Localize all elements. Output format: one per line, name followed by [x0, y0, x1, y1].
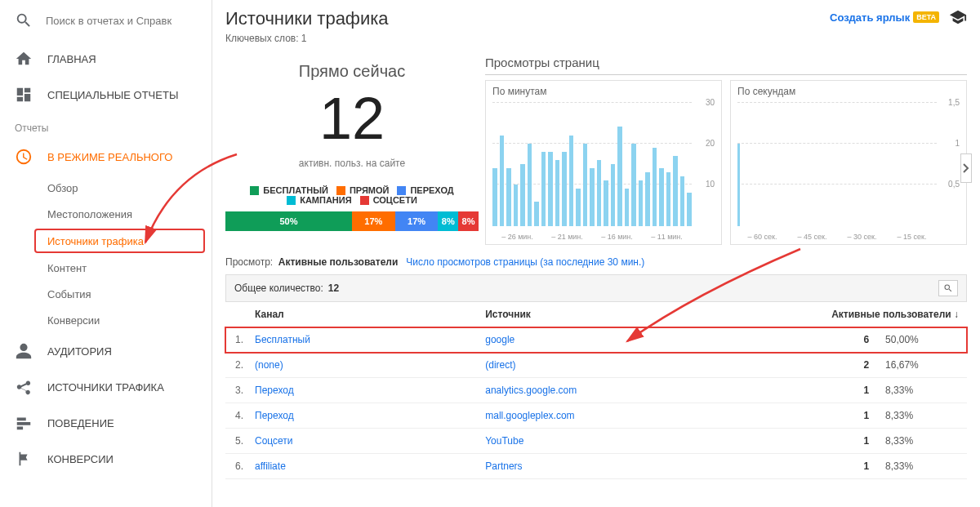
table-row[interactable]: 4. Переход mall.googleplex.com 1 8,33% [225, 403, 967, 429]
cell-channel[interactable]: Бесплатный [247, 327, 477, 353]
nav-home[interactable]: ГЛАВНАЯ [0, 41, 212, 77]
segments-bar: 50% 17% 17% 8% 8% [225, 211, 479, 231]
nav-behavior[interactable]: ПОВЕДЕНИЕ [0, 405, 212, 441]
person-icon [15, 342, 33, 360]
cell-users: 6 [823, 327, 877, 353]
nav-behavior-label: ПОВЕДЕНИЕ [47, 417, 197, 429]
cell-pct: 8,33% [877, 429, 967, 454]
chart-minutes: По минутам 102030– 26 мин.– 21 мин.– 16 … [485, 80, 722, 245]
cell-users: 2 [823, 353, 877, 378]
charts-title: Просмотры страниц [485, 56, 967, 75]
cell-pct: 8,33% [877, 378, 967, 403]
th-source[interactable]: Источник [477, 302, 823, 327]
chart-seconds: По секундам 0,511,5– 60 сек.– 45 сек.– 3… [730, 80, 967, 245]
nav-acquisition[interactable]: ИСТОЧНИКИ ТРАФИКА [0, 369, 212, 405]
nav-realtime[interactable]: В РЕЖИМЕ РЕАЛЬНОГО [0, 139, 212, 175]
nav-sub-content[interactable]: Контент [0, 255, 212, 281]
cell-source[interactable]: Partners [477, 454, 823, 479]
nav-conv-label: КОНВЕРСИИ [47, 453, 197, 465]
section-reports: Отчеты [0, 113, 212, 139]
legend: БЕСПЛАТНЫЙ ПРЯМОЙ ПЕРЕХОД КАМПАНИЯ СОЦСЕ… [225, 185, 479, 205]
cell-channel[interactable]: affiliate [247, 454, 477, 479]
nav-acq-label: ИСТОЧНИКИ ТРАФИКА [47, 381, 197, 394]
now-value: 12 [225, 89, 479, 148]
th-users[interactable]: Активные пользователи ↓ [823, 302, 967, 327]
nav-conv[interactable]: КОНВЕРСИИ [0, 441, 212, 477]
grad-cap-icon[interactable] [949, 8, 967, 26]
sources-table: Канал Источник Активные пользователи ↓ 1… [225, 302, 967, 479]
nav-audience-label: АУДИТОРИЯ [47, 345, 197, 358]
nav-sub-overview[interactable]: Обзор [0, 175, 212, 201]
view-active[interactable]: Активные пользователи [278, 256, 399, 268]
main: Источники трафика Ключевых слов: 1 Созда… [212, 0, 980, 507]
flag-icon [15, 450, 33, 468]
cell-channel[interactable]: Переход [247, 378, 477, 403]
cell-users: 1 [823, 429, 877, 454]
nav-sub-locations[interactable]: Местоположения [0, 201, 212, 227]
home-icon [15, 50, 33, 68]
cell-users: 1 [823, 378, 877, 403]
search-row[interactable] [0, 0, 212, 41]
nav-audience[interactable]: АУДИТОРИЯ [0, 333, 212, 369]
share-icon [15, 378, 33, 396]
page-title: Источники трафика [225, 8, 389, 29]
nav-realtime-label: В РЕЖИМЕ РЕАЛЬНОГО [47, 151, 197, 163]
cell-source[interactable]: YouTube [477, 429, 823, 454]
total-row: Общее количество:12 [225, 274, 967, 302]
view-other[interactable]: Число просмотров страницы (за последние … [406, 256, 644, 268]
cell-pct: 8,33% [877, 454, 967, 479]
now-title: Прямо сейчас [225, 62, 479, 81]
cell-source[interactable]: google [477, 327, 823, 353]
table-row[interactable]: 6. affiliate Partners 1 8,33% [225, 454, 967, 479]
table-row[interactable]: 1. Бесплатный google 6 50,00% [225, 327, 967, 353]
right-now-block: Прямо сейчас 12 активн. польз. на сайте … [225, 62, 479, 231]
nav-custom-label: СПЕЦИАЛЬНЫЕ ОТЧЕТЫ [47, 89, 197, 101]
nav-home-label: ГЛАВНАЯ [47, 53, 197, 65]
search-icon [943, 283, 953, 293]
cell-pct: 50,00% [877, 327, 967, 353]
search-icon [15, 11, 33, 29]
sidebar: ГЛАВНАЯ СПЕЦИАЛЬНЫЕ ОТЧЕТЫ Отчеты В РЕЖИ… [0, 0, 212, 507]
cell-pct: 16,67% [877, 353, 967, 378]
nav-custom[interactable]: СПЕЦИАЛЬНЫЕ ОТЧЕТЫ [0, 77, 212, 113]
expand-chart-button[interactable] [960, 153, 972, 183]
nav-sub-events[interactable]: События [0, 281, 212, 307]
nav-sub-traffic[interactable]: Источники трафика [34, 229, 205, 253]
clock-icon [15, 148, 33, 166]
nav-sub-conversions[interactable]: Конверсии [0, 307, 212, 333]
cell-source[interactable]: mall.googleplex.com [477, 403, 823, 429]
create-shortcut-link[interactable]: Создать ярлык [830, 11, 910, 24]
cell-channel[interactable]: Соцсети [247, 429, 477, 454]
cell-users: 1 [823, 403, 877, 429]
table-row[interactable]: 5. Соцсети YouTube 1 8,33% [225, 429, 967, 454]
table-search-button[interactable] [938, 280, 958, 296]
page-subtitle: Ключевых слов: 1 [225, 33, 389, 44]
cell-users: 1 [823, 454, 877, 479]
dashboard-icon [15, 86, 33, 104]
beta-badge: BETA [913, 11, 939, 23]
cell-channel[interactable]: (none) [247, 353, 477, 378]
view-toggle: Просмотр: Активные пользователи Число пр… [225, 256, 967, 268]
behavior-icon [15, 414, 33, 432]
th-channel[interactable]: Канал [247, 302, 477, 327]
now-sub: активн. польз. на сайте [225, 158, 479, 169]
cell-source[interactable]: analytics.google.com [477, 378, 823, 403]
cell-pct: 8,33% [877, 403, 967, 429]
search-input[interactable] [46, 15, 176, 27]
cell-source[interactable]: (direct) [477, 353, 823, 378]
table-row[interactable]: 3. Переход analytics.google.com 1 8,33% [225, 378, 967, 403]
table-row[interactable]: 2. (none) (direct) 2 16,67% [225, 353, 967, 378]
cell-channel[interactable]: Переход [247, 403, 477, 429]
chevron-right-icon [963, 163, 969, 173]
